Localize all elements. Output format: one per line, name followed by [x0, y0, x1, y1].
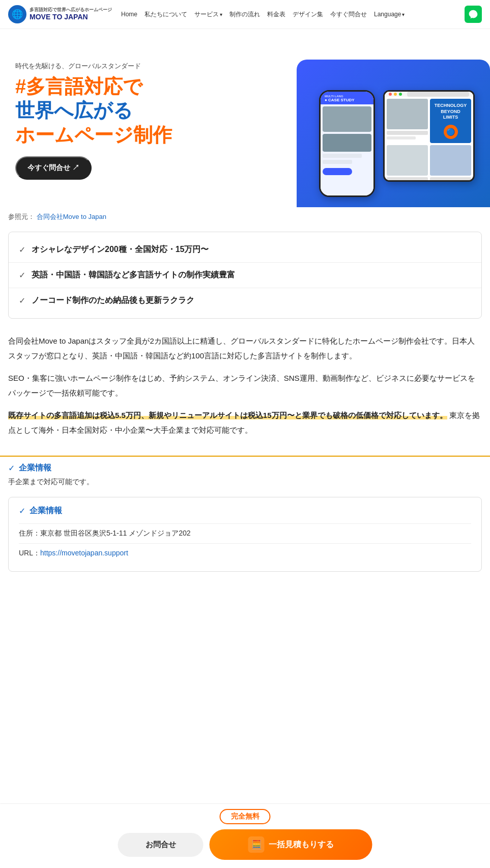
logo[interactable]: 🌐 多言語対応で世界へ広がるホームページ MOVE TO JAPAN: [8, 5, 112, 23]
company-info-box: ✓ 企業情報 住所：東京都 世田谷区奥沢5-1-11 メゾンドジョア202 UR…: [8, 497, 482, 572]
nav-language[interactable]: Language: [374, 11, 405, 18]
nav-design[interactable]: デザイン集: [293, 10, 323, 19]
nav-flow[interactable]: 制作の流れ: [229, 10, 260, 19]
company-section-header: ✓ 企業情報: [0, 456, 490, 475]
hero-content: 時代を先駆ける、グローバルスタンダード #多言語対応で 世界へ広がる ホームペー…: [15, 62, 245, 180]
hero-section: 時代を先駆ける、グローバルスタンダード #多言語対応で 世界へ広がる ホームペー…: [0, 29, 490, 207]
source-link[interactable]: 合同会社Move to Japan: [37, 213, 106, 220]
desc-para-2: SEO・集客に強いホームページ制作をはじめ、予約システム、オンライン決済、SNS…: [8, 371, 482, 400]
phone-mockup: MULTI LANG ● CASE STUDY: [319, 90, 375, 197]
company-box-title: 企業情報: [30, 506, 62, 516]
company-address-row: 住所：東京都 世田谷区奥沢5-1-11 メゾンドジョア202: [19, 523, 471, 543]
hero-cta-button[interactable]: 今すぐ問合せ ↗: [15, 156, 92, 180]
feature-text-3: ノーコード制作のため納品後も更新ラクラク: [32, 295, 194, 306]
nav-home[interactable]: Home: [121, 11, 137, 18]
desc-para-1: 合同会社Move to Japanはスタッフ全員が2カ国語以上に精通し、グローバ…: [8, 334, 482, 363]
tablet-mockup: TECHNOLOGYBEYOND LIMITS 🔵: [383, 90, 475, 182]
desc-para-3-bold: 既存サイトの多言語追加は税込5.5万円、新規やリニューアルサイトは税込15万円〜…: [8, 411, 447, 419]
feature-item-2: ✓ 英語・中国語・韓国語など多言語サイトの制作実績豊富: [9, 263, 481, 288]
line-button[interactable]: [465, 6, 482, 23]
check-icon-3: ✓: [19, 296, 25, 305]
desc-para-3: 既存サイトの多言語追加は税込5.5万円、新規やリニューアルサイトは税込15万円〜…: [8, 408, 482, 437]
hero-images: MULTI LANG ● CASE STUDY: [245, 44, 475, 197]
nav-about[interactable]: 私たちについて: [145, 10, 187, 19]
hero-subtext: 時代を先駆ける、グローバルスタンダード: [15, 62, 245, 71]
features-box: ✓ オシャレなデザイン200種・全国対応・15万円〜 ✓ 英語・中国語・韓国語な…: [8, 232, 482, 319]
check-icon-2: ✓: [19, 270, 25, 280]
logo-globe-icon: 🌐: [8, 5, 26, 23]
description-section: 合同会社Move to Japanはスタッフ全員が2カ国語以上に精通し、グローバ…: [0, 324, 490, 456]
feature-text-2: 英語・中国語・韓国語など多言語サイトの制作実績豊富: [32, 270, 235, 281]
hero-title: #多言語対応で 世界へ広がる ホームページ制作: [15, 75, 245, 148]
nav-price[interactable]: 料金表: [267, 10, 285, 19]
logo-text: 多言語対応で世界へ広がるホームページ MOVE TO JAPAN: [30, 7, 112, 21]
feature-item-3: ✓ ノーコード制作のため納品後も更新ラクラク: [9, 288, 481, 313]
company-url-row: URL：https://movetojapan.support: [19, 543, 471, 563]
source-ref: 参照元： 合同会社Move to Japan: [0, 207, 490, 227]
nav-services[interactable]: サービス: [194, 10, 222, 19]
nav-contact[interactable]: 今すぐ問合せ: [330, 10, 367, 19]
company-box-check-icon: ✓: [19, 506, 25, 516]
company-url-link[interactable]: https://movetojapan.support: [40, 549, 128, 557]
company-section-note: 手企業まで対応可能です。: [0, 475, 490, 492]
feature-item-1: ✓ オシャレなデザイン200種・全国対応・15万円〜: [9, 237, 481, 263]
company-info-header: ✓ 企業情報: [19, 506, 471, 516]
company-header-check-icon: ✓: [8, 463, 15, 473]
nav-links: Home 私たちについて サービス 制作の流れ 料金表 デザイン集 今すぐ問合せ…: [121, 10, 451, 19]
navbar: 🌐 多言語対応で世界へ広がるホームページ MOVE TO JAPAN Home …: [0, 0, 490, 29]
feature-text-1: オシャレなデザイン200種・全国対応・15万円〜: [32, 244, 209, 255]
check-icon-1: ✓: [19, 245, 25, 255]
company-header-title: 企業情報: [19, 463, 51, 473]
